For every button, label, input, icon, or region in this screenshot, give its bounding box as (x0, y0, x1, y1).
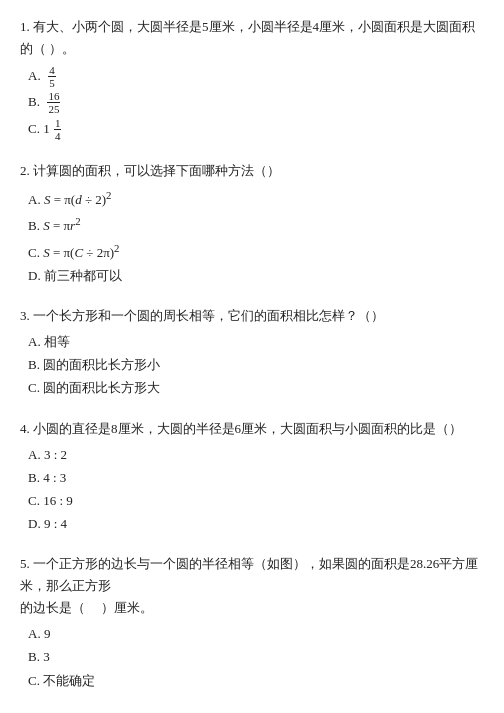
question-1-option-c: C. 1 1 4 (28, 117, 484, 142)
question-5: 5. 一个正方形的边长与一个圆的半径相等（如图），如果圆的面积是28.26平方厘… (20, 553, 484, 692)
question-4-option-a: A. 3 : 2 (28, 444, 484, 466)
question-2: 2. 计算圆的面积，可以选择下面哪种方法（） A. S = π(d ÷ 2)2 … (20, 160, 484, 287)
questions-container: 1. 有大、小两个圆，大圆半径是5厘米，小圆半径是4厘米，小圆面积是大圆面积的（… (20, 16, 484, 713)
question-3-option-b: B. 圆的面积比长方形小 (28, 354, 484, 376)
question-6-text: 6. 圆的周长是9.42分米，那么与它半径相等的半圆的周长是分米，半圆的面积是 (20, 710, 484, 713)
question-1: 1. 有大、小两个圆，大圆半径是5厘米，小圆半径是4厘米，小圆面积是大圆面积的（… (20, 16, 484, 142)
question-2-option-a: A. S = π(d ÷ 2)2 (28, 186, 484, 211)
question-6: 6. 圆的周长是9.42分米，那么与它半径相等的半圆的周长是分米，半圆的面积是 … (20, 710, 484, 713)
question-5-text: 5. 一个正方形的边长与一个圆的半径相等（如图），如果圆的面积是28.26平方厘… (20, 553, 484, 619)
question-3-option-a: A. 相等 (28, 331, 484, 353)
question-5-option-c: C. 不能确定 (28, 670, 484, 692)
question-3-text: 3. 一个长方形和一个圆的周长相等，它们的面积相比怎样？（） (20, 305, 484, 327)
question-4-option-c: C. 16 : 9 (28, 490, 484, 512)
question-4-text: 4. 小圆的直径是8厘米，大圆的半径是6厘米，大圆面积与小圆面积的比是（） (20, 418, 484, 440)
question-2-text: 2. 计算圆的面积，可以选择下面哪种方法（） (20, 160, 484, 182)
question-4: 4. 小圆的直径是8厘米，大圆的半径是6厘米，大圆面积与小圆面积的比是（） A.… (20, 418, 484, 535)
question-2-option-d: D. 前三种都可以 (28, 265, 484, 287)
question-1-option-a: A. 4 5 (28, 64, 484, 89)
question-1-option-b: B. 16 25 (28, 90, 484, 115)
question-5-option-a: A. 9 (28, 623, 484, 645)
question-1-text: 1. 有大、小两个圆，大圆半径是5厘米，小圆半径是4厘米，小圆面积是大圆面积的（… (20, 16, 484, 60)
fraction-16-25: 16 25 (47, 90, 60, 115)
question-2-option-c: C. S = π(C ÷ 2π)2 (28, 239, 484, 264)
question-4-option-d: D. 9 : 4 (28, 513, 484, 535)
fraction-4-5: 4 5 (48, 64, 56, 89)
question-3: 3. 一个长方形和一个圆的周长相等，它们的面积相比怎样？（） A. 相等 B. … (20, 305, 484, 399)
question-3-option-c: C. 圆的面积比长方形大 (28, 377, 484, 399)
fraction-1-4: 1 4 (54, 117, 62, 142)
question-4-option-b: B. 4 : 3 (28, 467, 484, 489)
question-5-option-b: B. 3 (28, 646, 484, 668)
question-2-option-b: B. S = πr2 (28, 212, 484, 237)
